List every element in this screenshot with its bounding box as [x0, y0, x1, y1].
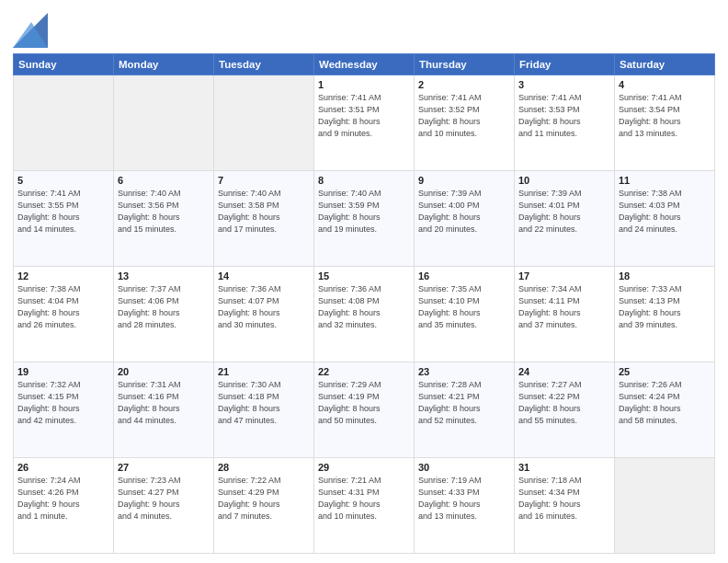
- calendar-cell: 28Sunrise: 7:22 AM Sunset: 4:29 PM Dayli…: [214, 458, 314, 554]
- calendar-cell: 31Sunrise: 7:18 AM Sunset: 4:34 PM Dayli…: [515, 458, 615, 554]
- calendar-cell: 20Sunrise: 7:31 AM Sunset: 4:16 PM Dayli…: [114, 362, 214, 458]
- day-number: 8: [318, 175, 410, 186]
- calendar-cell: 18Sunrise: 7:33 AM Sunset: 4:13 PM Dayli…: [615, 267, 715, 362]
- calendar-cell: [214, 75, 314, 171]
- week-row-0: 1Sunrise: 7:41 AM Sunset: 3:51 PM Daylig…: [14, 75, 715, 171]
- day-detail: Sunrise: 7:38 AM Sunset: 4:04 PM Dayligh…: [17, 283, 109, 331]
- day-number: 20: [118, 366, 210, 377]
- calendar-cell: [14, 75, 114, 171]
- calendar-cell: 30Sunrise: 7:19 AM Sunset: 4:33 PM Dayli…: [415, 458, 515, 554]
- week-row-3: 19Sunrise: 7:32 AM Sunset: 4:15 PM Dayli…: [14, 362, 715, 458]
- day-detail: Sunrise: 7:40 AM Sunset: 3:59 PM Dayligh…: [318, 188, 410, 236]
- calendar-cell: [114, 75, 214, 171]
- calendar-cell: 10Sunrise: 7:39 AM Sunset: 4:01 PM Dayli…: [515, 171, 615, 267]
- day-number: 31: [518, 462, 610, 473]
- calendar-cell: 11Sunrise: 7:38 AM Sunset: 4:03 PM Dayli…: [615, 171, 715, 267]
- day-number: 18: [619, 270, 711, 282]
- header-row: SundayMondayTuesdayWednesdayThursdayFrid…: [14, 54, 715, 75]
- day-number: 22: [318, 366, 410, 377]
- day-detail: Sunrise: 7:37 AM Sunset: 4:06 PM Dayligh…: [118, 283, 210, 331]
- day-detail: Sunrise: 7:41 AM Sunset: 3:54 PM Dayligh…: [619, 92, 711, 140]
- day-detail: Sunrise: 7:41 AM Sunset: 3:52 PM Dayligh…: [418, 92, 510, 140]
- day-detail: Sunrise: 7:35 AM Sunset: 4:10 PM Dayligh…: [418, 283, 510, 331]
- day-detail: Sunrise: 7:22 AM Sunset: 4:29 PM Dayligh…: [218, 475, 310, 523]
- day-detail: Sunrise: 7:29 AM Sunset: 4:19 PM Dayligh…: [318, 379, 410, 427]
- day-number: 27: [118, 462, 210, 473]
- day-number: 9: [418, 175, 510, 186]
- day-number: 23: [418, 366, 510, 377]
- day-detail: Sunrise: 7:21 AM Sunset: 4:31 PM Dayligh…: [318, 475, 410, 523]
- day-number: 29: [318, 462, 410, 473]
- day-header-tuesday: Tuesday: [214, 54, 314, 75]
- day-header-wednesday: Wednesday: [314, 54, 415, 75]
- header: [13, 9, 715, 48]
- day-detail: Sunrise: 7:36 AM Sunset: 4:08 PM Dayligh…: [318, 283, 410, 331]
- day-header-saturday: Saturday: [615, 54, 715, 75]
- day-header-friday: Friday: [515, 54, 615, 75]
- calendar-cell: 15Sunrise: 7:36 AM Sunset: 4:08 PM Dayli…: [314, 267, 415, 362]
- day-detail: Sunrise: 7:34 AM Sunset: 4:11 PM Dayligh…: [518, 283, 610, 331]
- day-number: 19: [17, 366, 109, 377]
- calendar-cell: 29Sunrise: 7:21 AM Sunset: 4:31 PM Dayli…: [314, 458, 415, 554]
- day-detail: Sunrise: 7:28 AM Sunset: 4:21 PM Dayligh…: [418, 379, 510, 427]
- week-row-4: 26Sunrise: 7:24 AM Sunset: 4:26 PM Dayli…: [14, 458, 715, 554]
- day-number: 7: [218, 175, 310, 186]
- calendar-body: 1Sunrise: 7:41 AM Sunset: 3:51 PM Daylig…: [14, 75, 715, 554]
- week-row-1: 5Sunrise: 7:41 AM Sunset: 3:55 PM Daylig…: [14, 171, 715, 267]
- day-detail: Sunrise: 7:18 AM Sunset: 4:34 PM Dayligh…: [518, 475, 610, 523]
- day-number: 1: [318, 79, 410, 90]
- calendar-cell: 16Sunrise: 7:35 AM Sunset: 4:10 PM Dayli…: [415, 267, 515, 362]
- day-number: 2: [418, 79, 510, 90]
- day-detail: Sunrise: 7:40 AM Sunset: 3:58 PM Dayligh…: [218, 188, 310, 236]
- day-header-thursday: Thursday: [415, 54, 515, 75]
- day-detail: Sunrise: 7:41 AM Sunset: 3:55 PM Dayligh…: [17, 188, 109, 236]
- day-number: 11: [619, 175, 711, 186]
- page: SundayMondayTuesdayWednesdayThursdayFrid…: [0, 0, 728, 563]
- calendar-cell: 27Sunrise: 7:23 AM Sunset: 4:27 PM Dayli…: [114, 458, 214, 554]
- day-number: 26: [17, 462, 109, 473]
- calendar-cell: 2Sunrise: 7:41 AM Sunset: 3:52 PM Daylig…: [415, 75, 515, 171]
- day-detail: Sunrise: 7:19 AM Sunset: 4:33 PM Dayligh…: [418, 475, 510, 523]
- day-detail: Sunrise: 7:38 AM Sunset: 4:03 PM Dayligh…: [619, 188, 711, 236]
- day-detail: Sunrise: 7:36 AM Sunset: 4:07 PM Dayligh…: [218, 283, 310, 331]
- day-detail: Sunrise: 7:41 AM Sunset: 3:53 PM Dayligh…: [518, 92, 610, 140]
- calendar-cell: 22Sunrise: 7:29 AM Sunset: 4:19 PM Dayli…: [314, 362, 415, 458]
- day-number: 5: [17, 175, 109, 186]
- calendar-cell: 7Sunrise: 7:40 AM Sunset: 3:58 PM Daylig…: [214, 171, 314, 267]
- day-detail: Sunrise: 7:40 AM Sunset: 3:56 PM Dayligh…: [118, 188, 210, 236]
- day-detail: Sunrise: 7:24 AM Sunset: 4:26 PM Dayligh…: [17, 475, 109, 523]
- calendar-table: SundayMondayTuesdayWednesdayThursdayFrid…: [13, 53, 715, 554]
- day-number: 13: [118, 270, 210, 282]
- calendar-cell: [615, 458, 715, 554]
- calendar-cell: 6Sunrise: 7:40 AM Sunset: 3:56 PM Daylig…: [114, 171, 214, 267]
- calendar-cell: 5Sunrise: 7:41 AM Sunset: 3:55 PM Daylig…: [14, 171, 114, 267]
- day-number: 28: [218, 462, 310, 473]
- calendar-cell: 23Sunrise: 7:28 AM Sunset: 4:21 PM Dayli…: [415, 362, 515, 458]
- calendar-cell: 9Sunrise: 7:39 AM Sunset: 4:00 PM Daylig…: [415, 171, 515, 267]
- calendar-cell: 8Sunrise: 7:40 AM Sunset: 3:59 PM Daylig…: [314, 171, 415, 267]
- day-number: 30: [418, 462, 510, 473]
- day-number: 15: [318, 270, 410, 282]
- day-number: 16: [418, 270, 510, 282]
- calendar-cell: 26Sunrise: 7:24 AM Sunset: 4:26 PM Dayli…: [14, 458, 114, 554]
- day-detail: Sunrise: 7:41 AM Sunset: 3:51 PM Dayligh…: [318, 92, 410, 140]
- calendar-cell: 14Sunrise: 7:36 AM Sunset: 4:07 PM Dayli…: [214, 267, 314, 362]
- day-number: 4: [619, 79, 711, 90]
- day-detail: Sunrise: 7:39 AM Sunset: 4:00 PM Dayligh…: [418, 188, 510, 236]
- day-detail: Sunrise: 7:26 AM Sunset: 4:24 PM Dayligh…: [619, 379, 711, 427]
- calendar-cell: 4Sunrise: 7:41 AM Sunset: 3:54 PM Daylig…: [615, 75, 715, 171]
- calendar-cell: 3Sunrise: 7:41 AM Sunset: 3:53 PM Daylig…: [515, 75, 615, 171]
- logo: [13, 13, 51, 48]
- day-detail: Sunrise: 7:39 AM Sunset: 4:01 PM Dayligh…: [518, 188, 610, 236]
- day-detail: Sunrise: 7:30 AM Sunset: 4:18 PM Dayligh…: [218, 379, 310, 427]
- day-number: 10: [518, 175, 610, 186]
- calendar-cell: 24Sunrise: 7:27 AM Sunset: 4:22 PM Dayli…: [515, 362, 615, 458]
- day-number: 25: [619, 366, 711, 377]
- calendar-cell: 19Sunrise: 7:32 AM Sunset: 4:15 PM Dayli…: [14, 362, 114, 458]
- day-number: 14: [218, 270, 310, 282]
- day-number: 17: [518, 270, 610, 282]
- day-detail: Sunrise: 7:33 AM Sunset: 4:13 PM Dayligh…: [619, 283, 711, 331]
- day-number: 6: [118, 175, 210, 186]
- day-detail: Sunrise: 7:27 AM Sunset: 4:22 PM Dayligh…: [518, 379, 610, 427]
- day-detail: Sunrise: 7:32 AM Sunset: 4:15 PM Dayligh…: [17, 379, 109, 427]
